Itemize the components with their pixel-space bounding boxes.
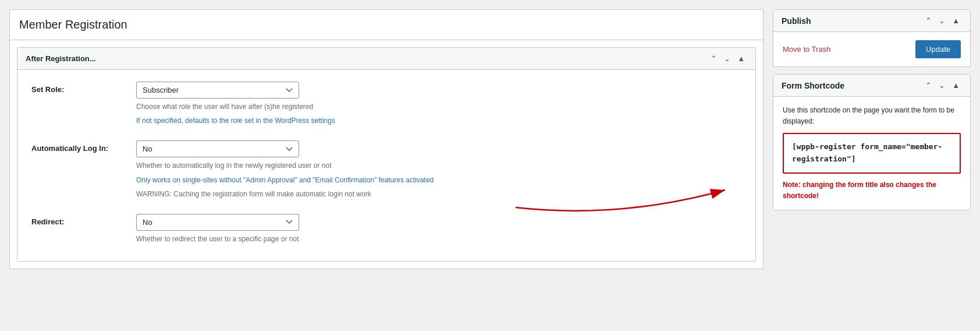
update-button[interactable]: Update: [915, 40, 961, 58]
publish-collapse-down[interactable]: ⌄: [936, 16, 947, 26]
shortcode-note-prefix: Note:: [783, 181, 801, 189]
redirect-field: No Yes Whether to redirect the user to a…: [136, 214, 741, 245]
auto-login-select[interactable]: No Yes: [136, 140, 299, 157]
shortcode-panel: Form Shortcode ⌃ ⌄ ▲ Use this shortcode …: [773, 74, 971, 210]
publish-controls: ⌃ ⌄ ▲: [923, 16, 962, 26]
shortcode-note: Note: changing the form title also chang…: [783, 179, 961, 202]
section-title: After Registration...: [26, 54, 96, 63]
auto-login-hint1: Whether to automatically log in the newl…: [136, 160, 741, 171]
shortcode-controls: ⌃ ⌄ ▲: [923, 80, 962, 90]
set-role-hint2-link[interactable]: If not specified, defaults to the role s…: [136, 117, 335, 125]
shortcode-panel-title: Form Shortcode: [782, 81, 844, 90]
shortcode-note-text: changing the form title also changes the…: [783, 181, 936, 200]
set-role-label: Set Role:: [31, 82, 136, 94]
auto-login-field: No Yes Whether to automatically log in t…: [136, 140, 741, 200]
publish-panel: Publish ⌃ ⌄ ▲ Move to Trash Update: [773, 9, 971, 67]
set-role-row: Set Role: Subscriber Editor Author Contr…: [31, 82, 741, 126]
publish-toggle[interactable]: ▲: [950, 16, 962, 26]
publish-collapse-up[interactable]: ⌃: [923, 16, 934, 26]
set-role-field: Subscriber Editor Author Contributor Adm…: [136, 82, 741, 126]
collapse-up-button[interactable]: ⌃: [708, 54, 719, 64]
main-title-bar: Member Registration: [10, 10, 763, 40]
set-role-hint1: Choose what role the user will have afte…: [136, 101, 741, 112]
auto-login-row: Automatically Log In: No Yes Whether to …: [31, 140, 741, 200]
auto-login-label: Automatically Log In:: [31, 140, 136, 153]
shortcode-description: Use this shortcode on the page you want …: [783, 105, 961, 127]
publish-panel-title: Publish: [782, 16, 811, 26]
publish-panel-header: Publish ⌃ ⌄ ▲: [773, 10, 970, 32]
auto-login-hint2-link[interactable]: Only works on single-sites without "Admi…: [136, 176, 434, 184]
shortcode-toggle[interactable]: ▲: [950, 80, 962, 90]
redirect-row: Redirect: No Yes Whether to redirect the…: [31, 214, 741, 245]
redirect-label: Redirect:: [31, 214, 136, 226]
sidebar: Publish ⌃ ⌄ ▲ Move to Trash Update Form …: [773, 9, 971, 210]
redirect-select[interactable]: No Yes: [136, 214, 299, 231]
section-body: Set Role: Subscriber Editor Author Contr…: [17, 70, 755, 261]
shortcode-body: Use this shortcode on the page you want …: [773, 97, 970, 210]
move-to-trash-link[interactable]: Move to Trash: [783, 45, 830, 54]
set-role-select[interactable]: Subscriber Editor Author Contributor Adm…: [136, 82, 299, 98]
main-panel: Member Registration After Registration..…: [9, 9, 764, 269]
section-controls: ⌃ ⌄ ▲: [708, 54, 747, 64]
shortcode-panel-header: Form Shortcode ⌃ ⌄ ▲: [773, 75, 970, 97]
shortcode-collapse-up[interactable]: ⌃: [923, 80, 934, 90]
page-title: Member Registration: [19, 18, 754, 31]
section-header: After Registration... ⌃ ⌄ ▲: [17, 48, 755, 70]
collapse-down-button[interactable]: ⌄: [722, 54, 733, 64]
shortcode-collapse-down[interactable]: ⌄: [936, 80, 947, 90]
auto-login-hint2: Only works on single-sites without "Admi…: [136, 175, 741, 186]
auto-login-hint3: WARNING: Caching the registration form w…: [136, 189, 741, 200]
after-registration-section: After Registration... ⌃ ⌄ ▲ Set Role: Su…: [17, 47, 756, 262]
set-role-hint2: If not specified, defaults to the role s…: [136, 115, 741, 126]
publish-body: Move to Trash Update: [773, 32, 970, 66]
toggle-button[interactable]: ▲: [735, 54, 747, 64]
shortcode-box[interactable]: [wppb-register form_name="member-registr…: [783, 133, 961, 174]
redirect-hint1: Whether to redirect the user to a specif…: [136, 234, 741, 245]
